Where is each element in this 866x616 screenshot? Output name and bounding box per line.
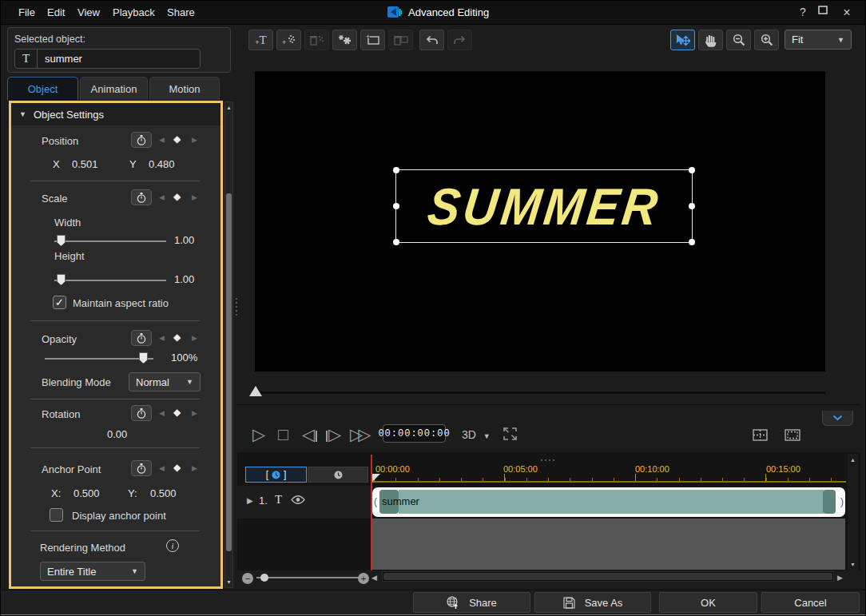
- maintain-aspect-checkbox[interactable]: ✓: [53, 296, 66, 309]
- timeline-clock-mode-button[interactable]: [308, 467, 368, 483]
- rotation-next-keyframe-icon[interactable]: ▶: [192, 409, 197, 417]
- timeline-ruler[interactable]: [371, 474, 846, 483]
- resize-handle-top-right[interactable]: [689, 167, 695, 173]
- object-name-input[interactable]: T summer: [14, 49, 201, 69]
- position-next-keyframe-icon[interactable]: ▶: [192, 136, 197, 144]
- anchor-x-value[interactable]: 0.500: [73, 487, 100, 499]
- anchor-keyframe-stopwatch-button[interactable]: [131, 460, 152, 476]
- menu-edit[interactable]: Edit: [47, 6, 65, 18]
- timeline-duration-mode-button[interactable]: [ ]: [245, 467, 307, 483]
- title-selection-box[interactable]: SUMMER: [395, 169, 693, 243]
- scroll-left-button[interactable]: ◀: [371, 574, 377, 582]
- timeline-zoom-out-button[interactable]: −: [242, 573, 253, 584]
- insert-image-button[interactable]: +: [360, 30, 385, 50]
- display-anchor-checkbox[interactable]: [50, 508, 63, 522]
- anchor-add-keyframe-icon[interactable]: ◆: [173, 462, 181, 473]
- zoom-out-tool-button[interactable]: [726, 30, 751, 50]
- rotation-add-keyframe-icon[interactable]: ◆: [173, 407, 181, 418]
- maximize-button[interactable]: [818, 6, 832, 15]
- position-add-keyframe-icon[interactable]: ◆: [173, 133, 181, 145]
- preview-seek-thumb[interactable]: [249, 386, 262, 396]
- blending-mode-dropdown[interactable]: Normal ▼: [129, 372, 201, 391]
- position-x-value[interactable]: 0.501: [72, 158, 98, 170]
- tv-safe-zone-button[interactable]: [785, 429, 800, 441]
- stop-button[interactable]: □: [278, 426, 288, 443]
- fullscreen-preview-button[interactable]: [503, 427, 518, 441]
- position-prev-keyframe-icon[interactable]: ◀: [159, 136, 165, 144]
- tab-motion[interactable]: Motion: [149, 77, 220, 100]
- share-button[interactable]: Share: [413, 592, 530, 613]
- ok-button[interactable]: OK: [659, 592, 757, 613]
- resize-handle-bottom-left[interactable]: [393, 239, 399, 245]
- menu-view[interactable]: View: [77, 6, 100, 18]
- scroll-up-icon[interactable]: ▲: [225, 105, 232, 110]
- menu-playback[interactable]: Playback: [113, 6, 155, 18]
- rotation-value[interactable]: 0.00: [107, 428, 127, 440]
- opacity-next-keyframe-icon[interactable]: ▶: [192, 334, 197, 342]
- next-frame-button[interactable]: ▷: [326, 426, 341, 443]
- timeline-vertical-scrollbar[interactable]: ▲ ▼: [848, 454, 858, 570]
- 3d-mode-dropdown[interactable]: 3D ▼: [462, 428, 491, 441]
- title-text[interactable]: SUMMER: [424, 177, 664, 236]
- timecode-display[interactable]: 00:00:00:00: [383, 424, 446, 443]
- anchor-prev-keyframe-icon[interactable]: ◀: [159, 464, 165, 472]
- previous-frame-button[interactable]: ◁: [302, 426, 317, 443]
- collapse-icon[interactable]: ▼: [19, 110, 26, 118]
- resize-handle-mid-right[interactable]: [689, 203, 695, 209]
- scroll-up-icon[interactable]: ▲: [848, 457, 858, 463]
- track-expand-icon[interactable]: ▶: [247, 496, 253, 505]
- collapse-panel-button[interactable]: [822, 411, 853, 426]
- resize-handle-mid-left[interactable]: [393, 203, 399, 209]
- position-keyframe-stopwatch-button[interactable]: [131, 132, 152, 148]
- scroll-right-button[interactable]: ▶: [837, 574, 843, 582]
- settings-scrollbar[interactable]: ▲ ▼: [224, 101, 233, 588]
- preview-seek-track[interactable]: [253, 391, 825, 394]
- scroll-down-icon[interactable]: ▼: [225, 579, 232, 585]
- insert-text-button[interactable]: +T: [248, 30, 273, 50]
- scale-next-keyframe-icon[interactable]: ▶: [192, 193, 197, 201]
- width-slider-thumb[interactable]: [57, 235, 66, 246]
- fast-forward-button[interactable]: ▷▷: [350, 426, 366, 443]
- zoom-in-tool-button[interactable]: [754, 30, 779, 50]
- title-clip[interactable]: ( ) summer: [372, 487, 845, 517]
- show-grid-button[interactable]: [753, 429, 768, 441]
- resize-handle-top-left[interactable]: [393, 167, 399, 173]
- select-move-tool-button[interactable]: [670, 30, 695, 50]
- height-slider[interactable]: [54, 280, 166, 281]
- opacity-add-keyframe-icon[interactable]: ◆: [173, 332, 181, 343]
- opacity-keyframe-stopwatch-button[interactable]: [131, 330, 152, 346]
- play-button[interactable]: ▷: [252, 426, 265, 443]
- opacity-slider-thumb[interactable]: [139, 352, 148, 364]
- hand-pan-tool-button[interactable]: [698, 30, 723, 50]
- anchor-next-keyframe-icon[interactable]: ▶: [192, 464, 197, 472]
- tab-object[interactable]: Object: [7, 77, 78, 100]
- scale-add-keyframe-icon[interactable]: ◆: [173, 191, 181, 202]
- timeline-zoom-thumb[interactable]: [260, 574, 268, 582]
- cancel-button[interactable]: Cancel: [761, 592, 860, 613]
- scale-prev-keyframe-icon[interactable]: ◀: [159, 193, 165, 201]
- object-settings-header[interactable]: ▼ Object Settings: [11, 103, 220, 125]
- particle-effect-button[interactable]: [332, 30, 357, 50]
- height-slider-thumb[interactable]: [57, 274, 66, 285]
- help-button[interactable]: ?: [796, 6, 810, 18]
- undo-button[interactable]: [419, 30, 444, 50]
- width-slider[interactable]: [54, 240, 166, 242]
- timeline-horizontal-scrollbar[interactable]: [382, 571, 834, 582]
- opacity-slider[interactable]: [45, 358, 153, 360]
- menu-file[interactable]: File: [18, 6, 35, 18]
- scale-keyframe-stopwatch-button[interactable]: [131, 189, 152, 205]
- timeline-zoom-slider[interactable]: [256, 577, 360, 578]
- save-as-button[interactable]: Save As: [534, 592, 651, 613]
- zoom-fit-dropdown[interactable]: Fit ▼: [785, 30, 852, 50]
- clip-body[interactable]: [399, 490, 824, 514]
- resize-handle-bottom-right[interactable]: [689, 239, 695, 245]
- position-y-value[interactable]: 0.480: [149, 158, 175, 170]
- clip-fade-out-handle[interactable]: [823, 490, 836, 514]
- timeline-splitter-handle[interactable]: [541, 459, 554, 461]
- track-visibility-eye-icon[interactable]: [291, 495, 305, 505]
- timeline-zoom-in-button[interactable]: +: [358, 573, 369, 584]
- preview-canvas[interactable]: SUMMER: [255, 71, 825, 372]
- rendering-method-dropdown[interactable]: Entire Title ▼: [40, 562, 145, 581]
- scrollbar-thumb[interactable]: [226, 193, 232, 551]
- close-button[interactable]: ×: [840, 6, 854, 20]
